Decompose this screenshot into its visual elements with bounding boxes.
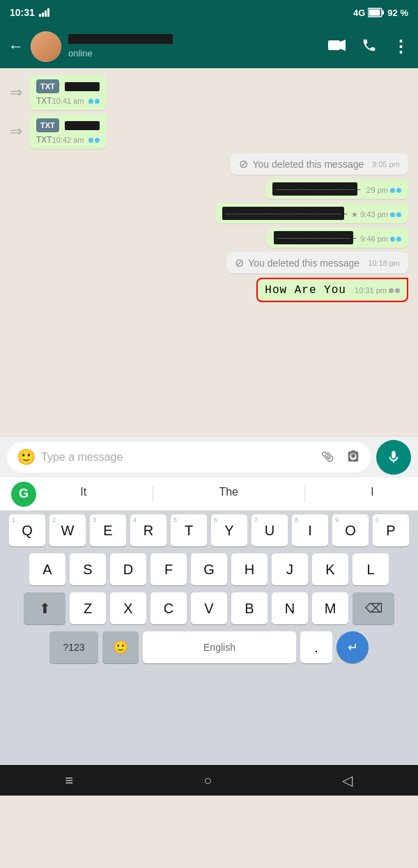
- svg-rect-5: [382, 10, 385, 15]
- nav-back-icon[interactable]: ◁: [342, 772, 353, 789]
- struck-text-5: Google's Android content: [222, 207, 347, 220]
- message-2-sent-file: TXT TXT 10:42 am: [29, 114, 107, 149]
- msg-time-1: 10:41 am: [52, 97, 100, 105]
- attach-icon[interactable]: [318, 446, 340, 468]
- key-t[interactable]: 5T: [171, 514, 207, 546]
- msg-time-7: 10:18 pm: [368, 259, 400, 267]
- dot-key[interactable]: .: [300, 631, 332, 663]
- back-button[interactable]: ←: [8, 38, 24, 56]
- msg-time-2: 10:42 am: [52, 136, 100, 144]
- key-w[interactable]: 2W: [49, 514, 86, 546]
- numbers-key[interactable]: ?123: [49, 631, 98, 663]
- time-display: 10:31: [10, 7, 35, 18]
- video-call-icon[interactable]: [328, 39, 346, 55]
- key-l[interactable]: L: [353, 553, 389, 585]
- chat-area: ⇒ TXT TXT 10:41 am ⇒ TXT: [0, 68, 418, 437]
- key-p[interactable]: 0P: [373, 514, 409, 546]
- input-placeholder: Type a message: [41, 451, 316, 464]
- msg-time-4: :29 pm: [364, 186, 401, 194]
- space-key[interactable]: English: [143, 631, 296, 663]
- more-options-icon[interactable]: ⋮: [392, 38, 410, 55]
- key-n[interactable]: N: [272, 592, 308, 624]
- phone-icon[interactable]: [362, 38, 377, 56]
- key-x[interactable]: X: [110, 592, 146, 624]
- network-label: 4G: [353, 8, 365, 18]
- struck-text-6: Google Account: [274, 231, 356, 244]
- message-5-struck: Google's Android content ★ 9:43 pm: [215, 203, 408, 223]
- grammarly-icon: G: [11, 482, 36, 507]
- backspace-key[interactable]: ⌫: [353, 592, 394, 624]
- input-bar: 🙂 Type a message: [0, 437, 418, 478]
- msg-text-8: How Are You: [265, 284, 346, 297]
- key-z[interactable]: Z: [70, 592, 106, 624]
- signal-icon: [39, 8, 52, 17]
- key-j[interactable]: J: [272, 553, 308, 585]
- suggestion-1[interactable]: It: [80, 486, 86, 503]
- divider-1: [153, 486, 153, 503]
- suggestion-2[interactable]: The: [219, 486, 238, 503]
- forward-icon-2[interactable]: ⇒: [10, 123, 22, 141]
- key-h[interactable]: H: [231, 553, 268, 585]
- nav-menu-icon[interactable]: ≡: [65, 773, 74, 789]
- key-row-3: ⬆ Z X C V B N M ⌫: [0, 589, 418, 628]
- key-a[interactable]: A: [29, 553, 65, 585]
- status-indicators: 4G 92 %: [353, 8, 408, 18]
- enter-key[interactable]: ↵: [336, 631, 369, 663]
- key-i[interactable]: 8I: [292, 514, 328, 546]
- message-8-highlighted: How Are You 10:31 pm: [256, 278, 408, 302]
- file-type-label-1: TXT: [36, 79, 59, 93]
- top-bar: ← online ⋮: [0, 25, 418, 68]
- message-6-struck: Google Account 9:46 pm: [267, 228, 408, 248]
- keyboard: 1Q 2W 3E 4R 5T 6Y 7U 8I 9O 0P A S D F G …: [0, 511, 418, 765]
- key-s[interactable]: S: [70, 553, 106, 585]
- contact-avatar[interactable]: [31, 31, 61, 62]
- key-u[interactable]: 7U: [251, 514, 288, 546]
- key-c[interactable]: C: [150, 592, 187, 624]
- struck-text-4: Google's Android: [272, 182, 360, 196]
- deleted-text-7: You deleted this message: [248, 258, 359, 269]
- key-b[interactable]: B: [231, 592, 268, 624]
- svg-rect-2: [45, 10, 47, 17]
- message-input-field[interactable]: 🙂 Type a message: [7, 442, 371, 473]
- key-o[interactable]: 9O: [332, 514, 369, 546]
- message-4-struck: Google's Android :29 pm: [265, 179, 408, 199]
- key-r[interactable]: 4R: [130, 514, 167, 546]
- keyboard-suggestions: G It The I: [0, 478, 418, 511]
- key-q[interactable]: 1Q: [9, 514, 45, 546]
- key-m[interactable]: M: [312, 592, 348, 624]
- message-row-2: ⇒ TXT TXT 10:42 am: [10, 114, 408, 149]
- deleted-icon-7: ⊘: [235, 256, 244, 269]
- key-e[interactable]: 3E: [90, 514, 126, 546]
- message-row-1: ⇒ TXT TXT 10:41 am: [10, 75, 408, 110]
- emoji-key-bottom[interactable]: 🙂: [102, 631, 139, 663]
- divider-2: [304, 486, 305, 503]
- camera-icon[interactable]: [346, 448, 361, 467]
- status-time: 10:31: [10, 7, 52, 18]
- status-bar: 10:31 4G 92 %: [0, 0, 418, 25]
- suggestion-3[interactable]: I: [371, 486, 373, 503]
- contact-name-redacted: [68, 34, 173, 44]
- key-v[interactable]: V: [191, 592, 227, 624]
- key-g[interactable]: G: [191, 553, 227, 585]
- key-f[interactable]: F: [150, 553, 187, 585]
- mic-button[interactable]: [376, 440, 411, 475]
- key-d[interactable]: D: [110, 553, 146, 585]
- contact-status: online: [68, 48, 93, 58]
- msg-time-3: 9:05 pm: [372, 160, 400, 168]
- emoji-icon[interactable]: 🙂: [17, 448, 36, 466]
- shift-key[interactable]: ⬆: [24, 592, 65, 624]
- key-y[interactable]: 6Y: [211, 514, 247, 546]
- grammarly-label: G: [19, 487, 29, 501]
- key-row-1: 1Q 2W 3E 4R 5T 6Y 7U 8I 9O 0P: [0, 511, 418, 550]
- message-7-deleted: ⊘ You deleted this message 10:18 pm: [226, 252, 408, 274]
- nav-home-icon[interactable]: ○: [203, 773, 212, 789]
- msg-ticks-2: [88, 138, 100, 143]
- deleted-text-3: You deleted this message: [252, 159, 364, 170]
- key-k[interactable]: K: [312, 553, 348, 585]
- input-action-icons: [322, 448, 361, 467]
- file-sub-label-1: TXT: [36, 96, 52, 106]
- svg-rect-1: [42, 13, 44, 17]
- msg-time-8: 10:31 pm: [355, 286, 400, 294]
- top-action-icons: ⋮: [328, 38, 410, 56]
- forward-icon-1[interactable]: ⇒: [10, 84, 22, 102]
